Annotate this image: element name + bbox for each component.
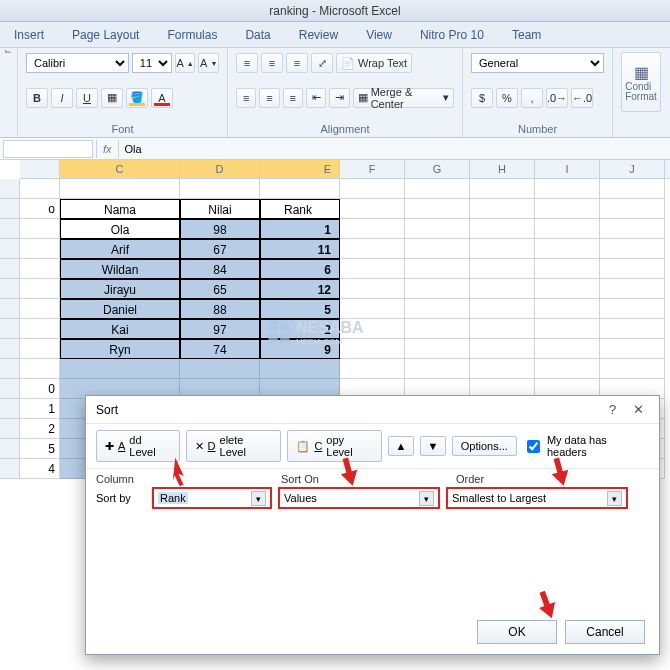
align-bottom-icon[interactable]: ≡: [286, 53, 308, 73]
fill-color-icon[interactable]: 🪣: [126, 88, 148, 108]
col-header-order: Order: [456, 473, 649, 485]
header-rank[interactable]: Rank: [260, 199, 340, 219]
sortby-label: Sort by: [96, 492, 146, 504]
close-icon[interactable]: ✕: [627, 402, 649, 417]
tab-page-layout[interactable]: Page Layout: [68, 25, 143, 47]
align-middle-icon[interactable]: ≡: [261, 53, 283, 73]
ok-button[interactable]: OK: [477, 620, 557, 644]
align-left-icon[interactable]: ≡: [236, 88, 256, 108]
align-top-icon[interactable]: ≡: [236, 53, 258, 73]
tab-data[interactable]: Data: [241, 25, 274, 47]
tab-formulas[interactable]: Formulas: [163, 25, 221, 47]
chevron-down-icon[interactable]: ▾: [419, 491, 434, 506]
tab-nitro[interactable]: Nitro Pro 10: [416, 25, 488, 47]
sort-dialog: Sort ? ✕ ✚AAdd Leveldd Level ✕ Delete Le…: [85, 395, 660, 655]
move-down-button[interactable]: ▼: [420, 436, 446, 456]
formula-bar: fx Ola: [0, 138, 670, 160]
table-row[interactable]: [0, 359, 670, 379]
group-label-font: Font: [26, 123, 219, 135]
header-nilai[interactable]: Nilai: [180, 199, 260, 219]
help-icon[interactable]: ?: [602, 402, 624, 417]
sort-order-select[interactable]: Smallest to Largest ▾: [446, 487, 628, 509]
headers-checkbox-label: My data has headers: [547, 434, 649, 458]
wrap-text-button[interactable]: 📄 Wrap Text: [336, 53, 412, 73]
copy-level-button[interactable]: 📋 Copy Level: [287, 430, 382, 462]
dec-decimal-icon[interactable]: ←.0: [571, 88, 593, 108]
tab-insert[interactable]: Insert: [10, 25, 48, 47]
col-header-sorton: Sort On: [281, 473, 456, 485]
table-row[interactable]: Daniel885: [0, 299, 670, 319]
indent-inc-icon[interactable]: ⇥: [329, 88, 349, 108]
group-label-alignment: Alignment: [236, 123, 454, 135]
conditional-format-button[interactable]: ▦ Condi Format: [621, 52, 661, 112]
number-format-select[interactable]: General: [471, 53, 604, 73]
table-row[interactable]: Arif6711: [0, 239, 670, 259]
bold-button[interactable]: B: [26, 88, 48, 108]
font-size-select[interactable]: 11: [132, 53, 172, 73]
col-header[interactable]: [20, 160, 60, 178]
ribbon: r Calibri 11 A▲ A▼ B I U ▦ 🪣 A Font ≡ ≡ …: [0, 48, 670, 138]
grow-font-icon[interactable]: A▲: [175, 53, 196, 73]
chevron-down-icon[interactable]: ▾: [607, 491, 622, 506]
col-header-d[interactable]: D: [180, 160, 260, 178]
dialog-title: Sort: [96, 403, 118, 417]
headers-checkbox-row[interactable]: My data has headers: [523, 434, 649, 458]
cancel-button[interactable]: Cancel: [565, 620, 645, 644]
table-row[interactable]: Kai972: [0, 319, 670, 339]
fx-button[interactable]: fx: [96, 140, 119, 158]
window-title: ranking - Microsoft Excel: [0, 0, 670, 22]
col-header-column: Column: [96, 473, 281, 485]
group-styles: ▦ Condi Format: [613, 48, 661, 137]
shrink-font-icon[interactable]: A▼: [198, 53, 219, 73]
comma-icon[interactable]: ,: [521, 88, 543, 108]
formula-value[interactable]: Ola: [119, 143, 670, 155]
align-center-icon[interactable]: ≡: [259, 88, 279, 108]
col-header-i[interactable]: I: [535, 160, 600, 178]
col-header-g[interactable]: G: [405, 160, 470, 178]
tab-view[interactable]: View: [362, 25, 396, 47]
group-font: Calibri 11 A▲ A▼ B I U ▦ 🪣 A Font: [18, 48, 228, 137]
table-row[interactable]: Jirayu6512: [0, 279, 670, 299]
sort-column-select[interactable]: Rank ▾: [152, 487, 272, 509]
indent-dec-icon[interactable]: ⇤: [306, 88, 326, 108]
headers-checkbox[interactable]: [527, 440, 540, 453]
borders-icon[interactable]: ▦: [101, 88, 123, 108]
accounting-icon[interactable]: $: [471, 88, 493, 108]
merge-center-button[interactable]: ▦ Merge & Center ▾: [353, 88, 454, 108]
font-family-select[interactable]: Calibri: [26, 53, 129, 73]
tab-team[interactable]: Team: [508, 25, 545, 47]
table-row[interactable]: Ryn749: [0, 339, 670, 359]
sort-on-select[interactable]: Values ▾: [278, 487, 440, 509]
tab-review[interactable]: Review: [295, 25, 342, 47]
chevron-down-icon[interactable]: ▾: [251, 491, 266, 506]
cell[interactable]: o: [20, 199, 60, 219]
options-button[interactable]: Options...: [452, 436, 517, 456]
add-level-button[interactable]: ✚AAdd Leveldd Level: [96, 430, 180, 462]
column-headers: C D E F G H I J: [20, 160, 670, 179]
col-header-c[interactable]: C: [60, 160, 180, 178]
col-header-e[interactable]: E: [260, 160, 340, 178]
table-row[interactable]: Wildan846: [0, 259, 670, 279]
group-label-number: Number: [471, 123, 604, 135]
name-box[interactable]: [3, 140, 93, 158]
col-header-f[interactable]: F: [340, 160, 405, 178]
percent-icon[interactable]: %: [496, 88, 518, 108]
delete-level-button[interactable]: ✕ Delete Level: [186, 430, 282, 462]
table-row[interactable]: Ola981: [0, 219, 670, 239]
group-clip: r: [0, 48, 18, 137]
align-right-icon[interactable]: ≡: [283, 88, 303, 108]
orientation-icon[interactable]: ⤢: [311, 53, 333, 73]
header-nama[interactable]: Nama: [60, 199, 180, 219]
move-up-button[interactable]: ▲: [388, 436, 414, 456]
group-alignment: ≡ ≡ ≡ ⤢ 📄 Wrap Text ≡ ≡ ≡ ⇤ ⇥ ▦ Merge & …: [228, 48, 463, 137]
col-header-h[interactable]: H: [470, 160, 535, 178]
ribbon-tabs: Insert Page Layout Formulas Data Review …: [0, 22, 670, 48]
font-color-icon[interactable]: A: [151, 88, 173, 108]
col-header-j[interactable]: J: [600, 160, 665, 178]
underline-button[interactable]: U: [76, 88, 98, 108]
group-number: General $ % , .0→ ←.0 Number: [463, 48, 613, 137]
inc-decimal-icon[interactable]: .0→: [546, 88, 568, 108]
italic-button[interactable]: I: [51, 88, 73, 108]
table-header-row: o Nama Nilai Rank: [0, 199, 670, 219]
